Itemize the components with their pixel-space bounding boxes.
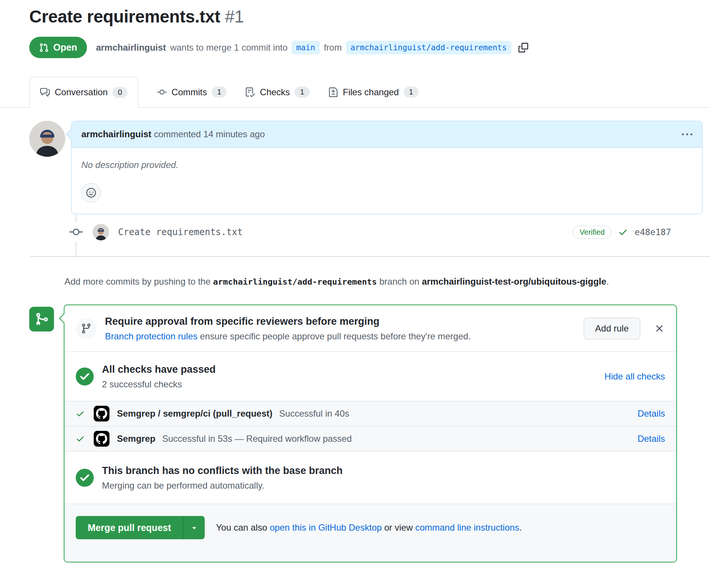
mergeability-subtitle: Merging can be performed automatically. bbox=[102, 480, 343, 491]
summary-action-text: wants to merge 1 commit into bbox=[170, 42, 288, 53]
commit-right-group: Verified e48e187 bbox=[573, 226, 671, 239]
comment-header: armchairlinguist commented 14 minutes ag… bbox=[72, 121, 702, 148]
tab-commits[interactable]: Commits 1 bbox=[157, 77, 227, 107]
head-branch-label[interactable]: armchairlinguist/add-requirements bbox=[346, 41, 511, 54]
merge-alt-or-view: or view bbox=[382, 522, 415, 532]
comment-text: No description provided. bbox=[81, 159, 692, 171]
check-circle-icon bbox=[76, 368, 94, 386]
pr-title-text: Create requirements.txt bbox=[29, 7, 220, 26]
comment-timestamp[interactable]: commented 14 minutes ago bbox=[151, 129, 265, 139]
check-row-semgrep-ci: Semgrep / semgrep/ci (pull_request) Succ… bbox=[64, 401, 676, 426]
avatar[interactable] bbox=[29, 121, 65, 157]
smiley-icon bbox=[86, 188, 96, 198]
branch-protection-rules-link[interactable]: Branch protection rules bbox=[105, 331, 198, 341]
check-name: Semgrep bbox=[117, 434, 156, 444]
git-commit-icon bbox=[68, 222, 84, 242]
mergeability-title: This branch has no conflicts with the ba… bbox=[102, 465, 343, 476]
push-note-branch: armchairlinguist/add-requirements bbox=[213, 277, 377, 286]
branch-protection-description: Branch protection rules ensure specific … bbox=[105, 331, 471, 342]
merge-alt-suffix: . bbox=[519, 522, 522, 532]
github-desktop-link[interactable]: open this in GitHub Desktop bbox=[270, 522, 382, 532]
merge-bar: Merge pull request You can also open thi… bbox=[64, 504, 676, 562]
push-note: Add more commits by pushing to the armch… bbox=[64, 274, 681, 290]
branch-protection-desc-text: ensure specific people approve pull requ… bbox=[198, 331, 471, 341]
command-line-instructions-link[interactable]: command line instructions bbox=[415, 522, 519, 532]
add-rule-button[interactable]: Add rule bbox=[584, 318, 640, 339]
tab-files-changed-count: 1 bbox=[404, 87, 418, 98]
push-note-middle: branch on bbox=[377, 276, 422, 286]
file-diff-icon bbox=[328, 87, 338, 97]
git-pull-request-icon bbox=[39, 43, 49, 52]
checks-summary-title: All checks have passed bbox=[102, 364, 216, 375]
page-title: Create requirements.txt #1 bbox=[29, 6, 695, 27]
comment-options-button[interactable] bbox=[682, 129, 692, 140]
check-icon bbox=[76, 409, 85, 418]
pr-summary: armchairlinguist wants to merge 1 commit… bbox=[96, 41, 528, 54]
git-commit-icon bbox=[157, 87, 167, 97]
triangle-down-icon bbox=[190, 524, 198, 532]
merge-options-dropdown[interactable] bbox=[183, 516, 205, 539]
verified-badge[interactable]: Verified bbox=[573, 226, 611, 239]
tab-checks-count: 1 bbox=[295, 87, 309, 98]
tab-checks[interactable]: Checks 1 bbox=[245, 77, 309, 107]
commit-timeline: Create requirements.txt Verified e48e187 bbox=[29, 214, 671, 256]
comment-box: armchairlinguist commented 14 minutes ag… bbox=[71, 121, 703, 214]
tab-files-changed[interactable]: Files changed 1 bbox=[328, 77, 419, 107]
check-circle-icon bbox=[76, 469, 94, 487]
copy-icon bbox=[518, 43, 528, 52]
details-link[interactable]: Details bbox=[638, 434, 665, 444]
check-status: Successful in 53s — Required workflow pa… bbox=[162, 434, 352, 444]
status-badge: Open bbox=[29, 37, 87, 58]
pr-description-comment: armchairlinguist commented 14 minutes ag… bbox=[29, 121, 703, 214]
dismiss-protection-button[interactable] bbox=[654, 323, 665, 334]
tab-conversation[interactable]: Conversation 0 bbox=[29, 77, 138, 108]
branch-protection-title: Require approval from specific reviewers… bbox=[105, 316, 379, 327]
mergeability-row: This branch has no conflicts with the ba… bbox=[64, 452, 676, 504]
details-link[interactable]: Details bbox=[638, 408, 665, 419]
github-actions-avatar bbox=[94, 431, 109, 447]
status-label: Open bbox=[53, 42, 77, 53]
check-icon bbox=[618, 227, 628, 237]
comment-body: No description provided. bbox=[72, 148, 702, 214]
checks-summary-row: All checks have passed 2 successful chec… bbox=[64, 351, 676, 401]
git-merge-icon bbox=[29, 307, 54, 332]
push-note-prefix: Add more commits by pushing to the bbox=[64, 276, 213, 286]
comment-author-link[interactable]: armchairlinguist bbox=[81, 129, 151, 139]
copy-branch-button[interactable] bbox=[518, 43, 528, 52]
tab-files-changed-label: Files changed bbox=[343, 87, 399, 98]
x-icon bbox=[654, 323, 665, 334]
add-reaction-button[interactable] bbox=[81, 183, 101, 202]
git-branch-icon bbox=[76, 318, 97, 339]
commit-message-link[interactable]: Create requirements.txt bbox=[118, 227, 243, 237]
tab-commits-count: 1 bbox=[212, 87, 226, 98]
tab-conversation-count: 0 bbox=[112, 87, 127, 98]
push-note-repo: armchairlinguist-test-org/ubiquitous-gig… bbox=[422, 276, 606, 286]
hide-all-checks-link[interactable]: Hide all checks bbox=[605, 371, 665, 382]
merge-box: Require approval from specific reviewers… bbox=[64, 304, 677, 562]
check-status: Successful in 40s bbox=[279, 408, 349, 419]
checks-summary-subtitle: 2 successful checks bbox=[102, 379, 216, 390]
commit-row: Create requirements.txt Verified e48e187 bbox=[29, 222, 671, 242]
pr-tabnav: Conversation 0 Commits 1 Checks 1 Files … bbox=[0, 77, 710, 108]
mergeability-text: This branch has no conflicts with the ba… bbox=[102, 464, 343, 491]
merge-alternatives: You can also open this in GitHub Desktop… bbox=[216, 522, 522, 533]
tab-conversation-label: Conversation bbox=[55, 87, 108, 98]
merge-alt-prefix: You can also bbox=[216, 522, 270, 532]
check-name: Semgrep / semgrep/ci (pull_request) bbox=[117, 408, 273, 419]
kebab-horizontal-icon bbox=[682, 129, 692, 140]
check-icon bbox=[76, 434, 85, 443]
github-actions-avatar bbox=[94, 406, 109, 422]
checks-summary-text: All checks have passed 2 successful chec… bbox=[102, 363, 216, 390]
check-row-semgrep: Semgrep Successful in 53s — Required wor… bbox=[64, 426, 676, 452]
pr-number: #1 bbox=[225, 7, 244, 26]
base-branch-label[interactable]: main bbox=[292, 41, 320, 54]
commit-author-avatar[interactable] bbox=[93, 224, 109, 240]
merge-section: Require approval from specific reviewers… bbox=[29, 304, 677, 562]
merge-pull-request-button[interactable]: Merge pull request bbox=[76, 516, 183, 539]
summary-from-text: from bbox=[324, 42, 342, 53]
branch-protection-row: Require approval from specific reviewers… bbox=[64, 305, 676, 351]
tab-checks-label: Checks bbox=[260, 87, 290, 98]
commit-sha-link[interactable]: e48e187 bbox=[635, 227, 671, 237]
timeline-end-divider bbox=[30, 256, 710, 257]
author-link[interactable]: armchairlinguist bbox=[96, 42, 166, 53]
